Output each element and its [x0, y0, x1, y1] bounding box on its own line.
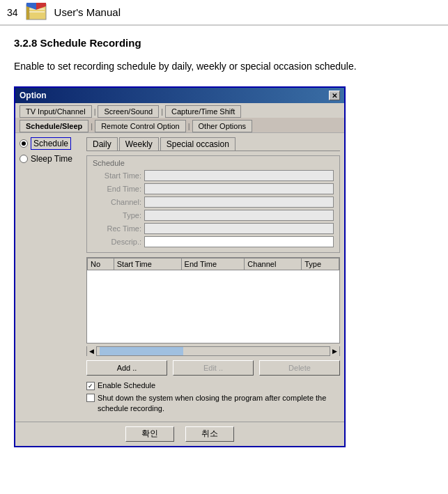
radio-sleep-label: Sleep Time	[31, 154, 72, 164]
tab-row-1: TV Input/Channel | Screen/Sound | Captur…	[15, 103, 344, 118]
book-icon	[25, 3, 47, 22]
inner-tabs: Daily Weekly Special occasion	[86, 137, 340, 151]
inner-tab-daily[interactable]: Daily	[86, 137, 118, 150]
radio-schedule-label: Schedule	[31, 137, 71, 150]
enable-schedule-checkbox[interactable]	[86, 382, 95, 390]
tab-capture[interactable]: Capture/Time Shift	[165, 105, 241, 118]
right-panel: Daily Weekly Special occasion Schedule S…	[86, 137, 340, 417]
dialog-body: Schedule Sleep Time Daily Weekly Special…	[15, 133, 344, 421]
cancel-button[interactable]: 취소	[185, 426, 234, 442]
tab-schedule-sleep[interactable]: Schedule/Sleep	[20, 120, 88, 132]
schedule-start-time-row: Start Time:	[93, 170, 334, 181]
option-dialog: Option ✕ TV Input/Channel | Screen/Sound…	[14, 86, 346, 447]
action-buttons-row: Add .. Edit .. Delete	[86, 360, 340, 376]
table-empty-row	[88, 270, 339, 340]
type-input[interactable]	[144, 210, 334, 221]
scroll-thumb[interactable]	[100, 347, 183, 355]
schedule-descrip-row: Descrip.:	[93, 236, 334, 247]
shutdown-row: Shut down the system when closing the pr…	[86, 393, 340, 415]
dialog-close-button[interactable]: ✕	[329, 91, 340, 100]
edit-button[interactable]: Edit ..	[173, 360, 254, 376]
channel-input[interactable]	[144, 196, 334, 208]
section-heading: 3.2.8 Schedule Recording	[14, 37, 434, 49]
start-time-label: Start Time:	[93, 171, 141, 180]
shutdown-label: Shut down the system when closing the pr…	[98, 393, 340, 415]
page-header: 34 User's Manual	[0, 0, 448, 25]
delete-button[interactable]: Delete	[259, 360, 340, 376]
col-channel: Channel	[245, 258, 302, 270]
tab-other-options[interactable]: Other Options	[192, 120, 252, 132]
schedule-group: Schedule Start Time: End Time: Channel:	[86, 155, 340, 253]
inner-tab-weekly[interactable]: Weekly	[119, 137, 159, 150]
svg-rect-5	[29, 11, 45, 13]
dialog-titlebar: Option ✕	[15, 88, 344, 103]
tab-tv-input[interactable]: TV Input/Channel	[20, 105, 92, 118]
dialog-footer: 확인 취소	[15, 422, 344, 446]
ok-button[interactable]: 확인	[125, 426, 174, 442]
page-number: 34	[7, 7, 18, 18]
inner-tab-special[interactable]: Special occasion	[160, 137, 235, 150]
type-label: Type:	[93, 211, 141, 219]
scroll-right-btn[interactable]: ▶	[330, 346, 339, 356]
rec-time-input[interactable]	[144, 223, 334, 234]
col-no: No	[88, 258, 114, 270]
end-time-label: End Time:	[93, 185, 141, 193]
schedule-end-time-row: End Time:	[93, 183, 334, 194]
section-description: Enable to set recording schedule by dail…	[14, 59, 434, 74]
left-panel: Schedule Sleep Time	[20, 137, 82, 417]
radio-schedule-btn[interactable]	[20, 139, 28, 148]
radio-sleep-btn[interactable]	[20, 155, 28, 163]
page-content: 3.2.8 Schedule Recording Enable to set r…	[0, 26, 448, 458]
header-title: User's Manual	[54, 6, 121, 18]
dialog-title: Option	[20, 91, 47, 100]
descrip-input[interactable]	[144, 236, 334, 247]
tab-remote-control[interactable]: Remote Control Option	[95, 120, 186, 132]
schedule-type-row: Type:	[93, 210, 334, 221]
enable-schedule-label: Enable Schedule	[98, 381, 155, 389]
rec-time-label: Rec Time:	[93, 224, 141, 233]
tab-row-2: Schedule/Sleep | Remote Control Option |…	[15, 118, 344, 133]
schedule-table-container: No Start Time End Time Channel Type	[86, 257, 340, 344]
radio-sleep-time[interactable]: Sleep Time	[20, 154, 82, 164]
radio-schedule[interactable]: Schedule	[20, 137, 82, 150]
enable-schedule-row: Enable Schedule	[86, 381, 340, 390]
schedule-rec-time-row: Rec Time:	[93, 223, 334, 234]
add-button[interactable]: Add ..	[86, 360, 167, 376]
col-start-time: Start Time	[114, 258, 181, 270]
shutdown-checkbox[interactable]	[86, 394, 95, 402]
start-time-input[interactable]	[144, 170, 334, 181]
end-time-input[interactable]	[144, 183, 334, 194]
descrip-label: Descrip.:	[93, 238, 141, 246]
col-type: Type	[302, 258, 339, 270]
scroll-left-btn[interactable]: ◀	[87, 346, 97, 356]
horizontal-scrollbar[interactable]: ◀ ▶	[86, 346, 340, 356]
channel-label: Channel:	[93, 198, 141, 206]
schedule-table: No Start Time End Time Channel Type	[87, 258, 339, 340]
schedule-channel-row: Channel:	[93, 196, 334, 208]
tab-screen-sound[interactable]: Screen/Sound	[98, 105, 159, 118]
schedule-group-title: Schedule	[93, 159, 334, 167]
col-end-time: End Time	[181, 258, 245, 270]
